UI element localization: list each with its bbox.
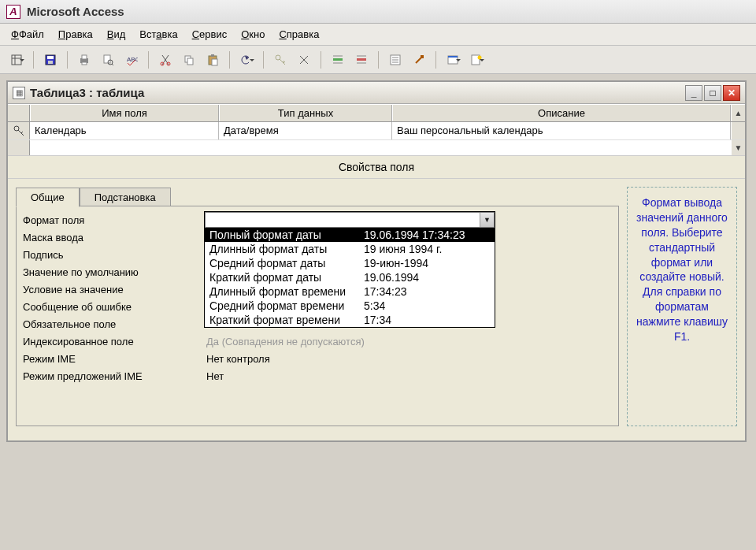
maximize-button[interactable]: □ — [704, 85, 721, 101]
field-name-cell[interactable]: Календарь — [30, 122, 219, 139]
save-button[interactable] — [40, 50, 61, 70]
svg-rect-31 — [421, 55, 424, 58]
menu-window[interactable]: Окно — [241, 28, 265, 40]
primary-key-button[interactable] — [270, 50, 291, 70]
minimize-button[interactable]: _ — [685, 85, 702, 101]
dropdown-item[interactable]: Краткий формат даты19.06.1994 — [205, 270, 495, 284]
svg-point-13 — [161, 62, 164, 65]
svg-rect-21 — [333, 58, 343, 61]
scroll-track[interactable] — [731, 122, 745, 139]
menu-help[interactable]: Справка — [279, 28, 319, 40]
prop-label-valrule: Условие на значение — [23, 284, 204, 295]
svg-rect-18 — [211, 54, 214, 57]
prop-input-imesentence[interactable] — [204, 370, 612, 383]
print-preview-button[interactable] — [98, 50, 118, 70]
build-button[interactable] — [409, 50, 429, 70]
tab-body-general: Формат поля Маска ввода Подпись Значение… — [16, 206, 619, 426]
help-panel: Формат вывода значений данного поля. Выб… — [627, 187, 737, 426]
spellcheck-button[interactable]: ABC — [121, 50, 142, 70]
field-grid-header: Имя поля Тип данных Описание ▲ — [8, 104, 745, 122]
insert-row-button[interactable] — [328, 50, 348, 70]
field-properties-title: Свойства поля — [8, 155, 745, 179]
svg-rect-4 — [47, 56, 54, 59]
svg-text:ABC: ABC — [127, 56, 138, 63]
tab-general[interactable]: Общие — [16, 188, 80, 207]
separator — [33, 51, 34, 69]
empty-cell[interactable] — [392, 140, 731, 155]
row-selector-empty[interactable] — [8, 140, 30, 155]
prop-label-required: Обязательное поле — [23, 318, 204, 330]
menu-insert[interactable]: Вставка — [139, 28, 177, 40]
menu-view[interactable]: Вид — [107, 28, 126, 40]
column-name-header[interactable]: Имя поля — [30, 105, 219, 121]
prop-input-indexed[interactable] — [204, 335, 612, 348]
properties-button[interactable] — [385, 50, 406, 70]
mdi-area: ▦ Таблица3 : таблица _ □ ✕ Имя поля Тип … — [0, 74, 756, 448]
field-desc-cell[interactable]: Ваш персональный календарь — [392, 122, 731, 139]
format-combo-text[interactable] — [206, 213, 480, 227]
close-button[interactable]: ✕ — [723, 85, 740, 101]
dropdown-item[interactable]: Краткий формат времени17:34 — [205, 313, 495, 327]
prop-label-format: Формат поля — [23, 214, 204, 226]
svg-rect-16 — [187, 58, 193, 65]
row-selector-primary-key[interactable] — [8, 122, 30, 139]
svg-rect-19 — [212, 59, 217, 65]
separator — [148, 51, 149, 69]
column-desc-header[interactable]: Описание — [392, 105, 731, 121]
field-type-cell[interactable]: Дата/время — [219, 122, 392, 139]
dropdown-item[interactable]: Длинный формат даты19 июня 1994 г. — [205, 242, 495, 256]
copy-button[interactable] — [179, 50, 199, 70]
svg-rect-24 — [357, 58, 366, 61]
field-row: Календарь Дата/время Ваш персональный ка… — [8, 122, 745, 139]
format-combo[interactable]: ▼ — [205, 212, 495, 228]
separator — [435, 51, 436, 69]
window-title: Таблица3 : таблица — [30, 86, 680, 99]
scroll-down-button[interactable]: ▼ — [731, 140, 745, 155]
view-mode-button[interactable] — [6, 50, 27, 70]
svg-line-11 — [112, 64, 113, 65]
prop-label-valtext: Сообщение об ошибке — [23, 301, 204, 313]
prop-label-indexed: Индексированное поле — [23, 336, 204, 347]
indexes-button[interactable] — [294, 50, 314, 70]
svg-point-35 — [478, 55, 482, 59]
empty-cell[interactable] — [30, 140, 219, 155]
prop-label-caption: Подпись — [23, 249, 204, 261]
format-combo-arrow[interactable]: ▼ — [480, 213, 494, 227]
dropdown-item[interactable]: Средний формат даты19-июн-1994 — [205, 256, 495, 270]
cut-button[interactable] — [155, 50, 176, 70]
separator — [263, 51, 264, 69]
tab-lookup[interactable]: Подстановка — [80, 188, 171, 207]
separator — [229, 51, 230, 69]
menu-tools[interactable]: Сервис — [192, 28, 228, 40]
svg-rect-33 — [448, 56, 458, 58]
menu-file[interactable]: ФФайлФайл — [11, 28, 44, 40]
prop-input-ime[interactable] — [204, 352, 612, 366]
column-type-header[interactable]: Тип данных — [219, 105, 392, 121]
svg-rect-7 — [82, 55, 87, 59]
app-title: Microsoft Access — [27, 5, 124, 18]
props-area: Общие Подстановка Формат поля Маска ввод… — [8, 179, 745, 440]
empty-cell[interactable] — [219, 140, 392, 155]
separator — [321, 51, 321, 69]
paste-button[interactable] — [202, 50, 223, 70]
delete-row-button[interactable] — [351, 50, 372, 70]
dropdown-item[interactable]: Полный формат даты19.06.1994 17:34:23 — [205, 228, 495, 242]
db-window-button[interactable] — [443, 50, 463, 70]
print-button[interactable] — [74, 50, 94, 70]
table-icon: ▦ — [13, 87, 25, 99]
prop-label-default: Значение по умолчанию — [23, 266, 204, 278]
props-tabs: Общие Подстановка — [16, 187, 619, 206]
format-dropdown-list: Полный формат даты19.06.1994 17:34:23 Дл… — [205, 228, 495, 327]
new-object-button[interactable] — [466, 50, 487, 70]
props-left-panel: Общие Подстановка Формат поля Маска ввод… — [16, 187, 619, 426]
scroll-up-button[interactable]: ▲ — [731, 105, 745, 121]
menu-edit[interactable]: Правка — [58, 28, 93, 40]
prop-label-ime: Режим IME — [23, 353, 204, 365]
dropdown-item[interactable]: Средний формат времени5:34 — [205, 299, 495, 313]
format-dropdown: ▼ Полный формат даты19.06.1994 17:34:23 … — [204, 211, 495, 328]
table-design-window: ▦ Таблица3 : таблица _ □ ✕ Имя поля Тип … — [6, 80, 747, 442]
field-row-empty: ▼ — [8, 139, 745, 155]
dropdown-item[interactable]: Длинный формат времени17:34:23 — [205, 284, 495, 299]
undo-button[interactable] — [236, 50, 257, 70]
app-titlebar: A Microsoft Access — [0, 0, 756, 24]
